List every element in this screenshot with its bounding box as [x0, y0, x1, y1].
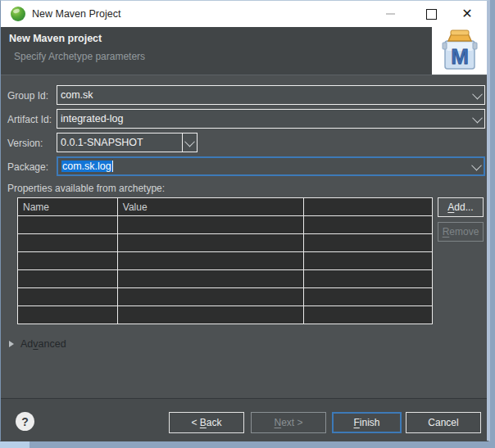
wizard-subtitle: Specify Archetype parameters — [14, 51, 145, 62]
group-id-value[interactable]: com.sk — [57, 89, 470, 101]
wizard-header: New Maven project Specify Archetype para… — [1, 27, 487, 75]
artifact-id-combo[interactable]: integrated-log — [57, 109, 485, 129]
column-header-extra[interactable] — [304, 198, 433, 216]
package-label: Package: — [7, 161, 48, 173]
back-button[interactable]: < Back — [169, 412, 244, 433]
table-cell — [117, 288, 304, 306]
minimize-button[interactable] — [376, 1, 404, 27]
collapsed-arrow-icon — [9, 341, 14, 347]
version-label: Version: — [7, 138, 43, 149]
version-combo[interactable]: 0.0.1-SNAPSHOT — [57, 133, 198, 152]
add-button[interactable]: Add... — [438, 197, 484, 217]
finish-button[interactable]: Finish — [332, 412, 402, 433]
selected-text: com.sk.log — [61, 161, 112, 172]
table-row[interactable] — [18, 234, 433, 252]
next-button[interactable]: Next > — [251, 412, 326, 433]
group-id-combo[interactable]: com.sk — [57, 85, 485, 105]
cancel-button[interactable]: Cancel — [406, 412, 481, 433]
table-row[interactable] — [18, 216, 433, 234]
table-row[interactable] — [18, 288, 433, 306]
text-caret — [112, 161, 113, 172]
header-separator — [1, 75, 487, 75]
wizard-title: New Maven project — [9, 33, 102, 44]
table-cell — [304, 288, 433, 306]
package-combo[interactable]: com.sk.log — [57, 156, 485, 176]
button-bar: ? < Back Next > Finish Cancel — [1, 399, 487, 441]
table-cell — [304, 270, 433, 288]
table-cell — [18, 216, 118, 234]
window-title: New Maven Project — [32, 1, 120, 27]
new-maven-project-dialog: New Maven Project ✕ New Maven project Sp… — [0, 0, 490, 441]
artifact-id-label: Artifact Id: — [7, 114, 52, 125]
table-cell — [304, 252, 433, 270]
table-cell — [304, 216, 433, 234]
table-cell — [18, 270, 118, 288]
table-cell — [304, 306, 433, 324]
close-button[interactable]: ✕ — [453, 1, 481, 27]
table-cell — [117, 270, 304, 288]
version-value[interactable]: 0.0.1-SNAPSHOT — [57, 137, 182, 148]
table-cell — [117, 216, 304, 234]
table-cell — [18, 252, 118, 270]
table-cell — [18, 234, 118, 252]
table-row[interactable] — [18, 270, 433, 288]
maven-icon: M — [440, 29, 479, 72]
table-cell — [18, 288, 118, 306]
table-cell — [117, 252, 304, 270]
table-cell — [117, 234, 304, 252]
maven-banner: M — [432, 27, 487, 75]
table-cell — [18, 306, 118, 324]
package-value[interactable]: com.sk.log — [58, 161, 469, 173]
minimize-icon — [386, 13, 395, 15]
column-header-value[interactable]: Value — [117, 198, 304, 216]
remove-button[interactable]: Remove — [438, 222, 484, 242]
desktop-accent-strip — [0, 441, 30, 448]
table-header-row: Name Value — [18, 198, 433, 216]
chevron-down-icon[interactable] — [470, 110, 484, 128]
eclipse-icon — [11, 7, 25, 21]
table-row[interactable] — [18, 306, 433, 324]
column-header-name[interactable]: Name — [18, 198, 118, 216]
maximize-button[interactable] — [417, 1, 445, 27]
table-body — [18, 216, 433, 324]
titlebar[interactable]: New Maven Project ✕ — [1, 1, 487, 27]
chevron-down-icon[interactable] — [182, 133, 197, 152]
close-icon: ✕ — [461, 7, 472, 20]
table-cell — [304, 234, 433, 252]
chevron-down-icon[interactable] — [470, 86, 484, 104]
help-icon: ? — [21, 415, 29, 428]
help-button[interactable]: ? — [16, 412, 34, 431]
maximize-icon — [426, 9, 437, 20]
artifact-id-value[interactable]: integrated-log — [57, 113, 470, 124]
svg-text:M: M — [451, 44, 469, 69]
advanced-section-toggle[interactable]: Advanced — [9, 338, 66, 350]
advanced-label: Advanced — [20, 338, 66, 350]
table-cell — [117, 306, 304, 324]
table-row[interactable] — [18, 252, 433, 270]
chevron-down-icon[interactable] — [469, 158, 484, 174]
group-id-label: Group Id: — [7, 90, 48, 102]
properties-table: Name Value — [17, 197, 433, 324]
properties-caption: Properties available from archetype: — [7, 183, 165, 194]
